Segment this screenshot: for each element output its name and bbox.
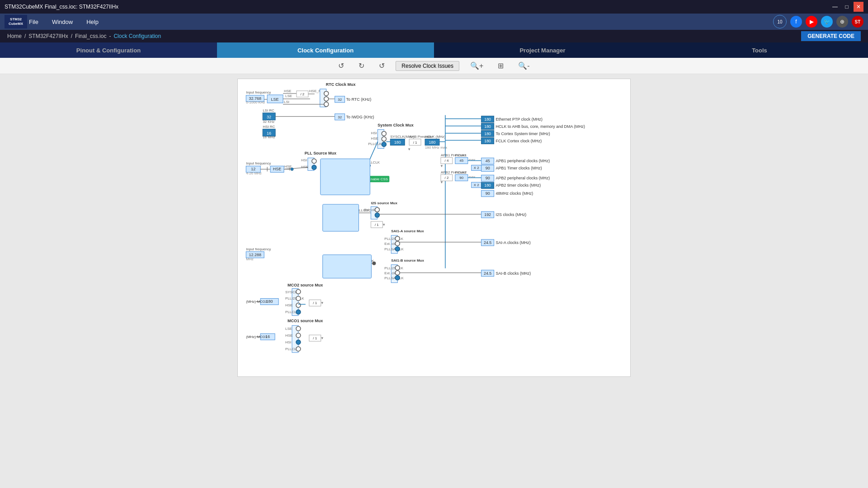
svg-text:16 MHz: 16 MHz	[263, 135, 275, 139]
svg-text:HSI RC: HSI RC	[263, 125, 275, 129]
svg-point-239	[296, 326, 301, 331]
svg-text:LSE: LSE	[285, 327, 292, 331]
svg-text:▼: ▼	[321, 301, 324, 305]
youtube-icon[interactable]: ▶	[806, 16, 817, 28]
breadcrumb-chip[interactable]: STM32F427IIHx	[28, 33, 68, 39]
breadcrumb-bar: Home / STM32F427IIHx / Final_css.ioc - C…	[0, 30, 868, 42]
tab-clock[interactable]: Clock Configuration	[217, 42, 434, 58]
svg-text:12.288: 12.288	[249, 253, 261, 257]
svg-text:180: 180	[484, 117, 491, 122]
generate-code-button[interactable]: GENERATE CODE	[801, 31, 861, 41]
tab-project[interactable]: Project Manager	[434, 42, 651, 58]
svg-text:LSI: LSI	[284, 100, 289, 104]
breadcrumb-file[interactable]: Final_css.ioc	[75, 33, 106, 39]
menu-items: File Window Help	[29, 19, 99, 25]
zoom-in-button[interactable]: 🔍+	[467, 60, 487, 72]
tab-tools[interactable]: Tools	[651, 42, 868, 58]
refresh-button[interactable]: ↺	[375, 60, 388, 72]
svg-text:▼: ▼	[440, 164, 443, 168]
svg-text:45: 45	[459, 159, 463, 163]
svg-text:12: 12	[251, 167, 255, 171]
svg-text:32 KHz: 32 KHz	[263, 120, 274, 124]
svg-point-182	[395, 236, 400, 241]
menu-file[interactable]: File	[29, 19, 38, 25]
svg-text:HSE: HSE	[285, 333, 292, 338]
svg-text:HSE: HSE	[371, 136, 378, 141]
title-bar: STM32CubeMX Final_css.ioc: STM32F427IIHx…	[0, 0, 868, 14]
twitter-icon[interactable]: 🐦	[821, 16, 833, 28]
svg-text:PLLSAICLK: PLLSAICLK	[384, 247, 404, 251]
svg-text:90: 90	[486, 166, 490, 170]
svg-point-39	[382, 137, 386, 141]
svg-text:▼: ▼	[321, 336, 324, 340]
app-title: STM32CubeMX Final_css.ioc: STM32F427IIHx	[5, 4, 118, 10]
redo-button[interactable]: ↻	[355, 60, 368, 72]
undo-button[interactable]: ↺	[335, 60, 348, 72]
svg-point-225	[296, 303, 301, 307]
svg-text:FCLK Cortex clock (MHz): FCLK Cortex clock (MHz)	[496, 139, 542, 143]
svg-text:/ 4: / 4	[444, 159, 448, 163]
svg-text:32: 32	[338, 115, 342, 119]
svg-text:90: 90	[486, 176, 490, 180]
svg-text:HSI: HSI	[301, 158, 307, 162]
svg-text:RTC Clock Mux: RTC Clock Mux	[326, 82, 356, 87]
logo: STM32CubeMX	[5, 15, 27, 28]
menu-window[interactable]: Window	[52, 19, 73, 25]
fit-screen-button[interactable]: ⊞	[494, 60, 507, 72]
window-controls: — □ ✕	[830, 2, 863, 12]
svg-text:Input frequency: Input frequency	[246, 90, 271, 94]
svg-point-213	[395, 276, 400, 280]
svg-text:APB1 peripheral clocks (MHz): APB1 peripheral clocks (MHz)	[496, 159, 550, 163]
toolbar: ↺ ↻ ↺ Resolve Clock Issues 🔍+ ⊞ 🔍-	[0, 58, 868, 74]
svg-rect-257	[323, 255, 372, 278]
breadcrumb-home[interactable]: Home	[7, 33, 22, 39]
maximize-button[interactable]: □	[842, 2, 852, 12]
st-icon[interactable]: ST	[852, 16, 863, 28]
svg-text:/ 1: / 1	[313, 301, 317, 305]
svg-point-243	[296, 340, 301, 344]
menu-right: 10 f ▶ 🐦 ⊕ ST	[773, 15, 863, 28]
svg-text:PLLSAICLK: PLLSAICLK	[384, 276, 404, 280]
svg-text:LSE: LSE	[271, 97, 279, 102]
network-icon[interactable]: ⊕	[836, 16, 848, 28]
svg-text:192: 192	[484, 212, 491, 217]
breadcrumb-current: Clock Configuration	[113, 33, 161, 39]
svg-point-13	[324, 91, 329, 96]
clock-tree-svg: LSE LSE HSE / 2 HSE_RTC RTC Clock Mux LS…	[238, 79, 630, 376]
svg-text:Ethernet PTP clock (MHz): Ethernet PTP clock (MHz)	[496, 117, 543, 122]
tab-pinout[interactable]: Pinout & Configuration	[0, 42, 217, 58]
svg-point-245	[296, 347, 301, 351]
svg-text:HSI: HSI	[285, 340, 291, 344]
svg-point-173	[375, 207, 379, 212]
svg-point-41	[382, 142, 386, 147]
facebook-icon[interactable]: f	[790, 16, 802, 28]
close-button[interactable]: ✕	[854, 2, 863, 12]
main-content: LSE LSE HSE / 2 HSE_RTC RTC Clock Mux LS…	[0, 74, 868, 488]
menu-help[interactable]: Help	[86, 19, 99, 25]
svg-text:/ 1: / 1	[313, 336, 317, 340]
resolve-clock-issues-button[interactable]: Resolve Clock Issues	[396, 61, 459, 71]
svg-text:Input frequency: Input frequency	[246, 247, 271, 251]
svg-text:4-26 MHz: 4-26 MHz	[246, 171, 262, 175]
minimize-button[interactable]: —	[830, 2, 840, 12]
svg-point-205	[372, 262, 376, 265]
svg-text:180: 180	[394, 140, 401, 145]
svg-text:▼: ▼	[407, 147, 411, 151]
svg-point-184	[395, 241, 400, 246]
svg-text:PLLI2SCLK: PLLI2SCLK	[285, 297, 304, 301]
svg-point-114	[312, 165, 316, 169]
svg-text:/ 1: / 1	[413, 141, 417, 145]
svg-text:To RTC (KHz): To RTC (KHz)	[346, 97, 372, 102]
svg-text:/ 2: / 2	[444, 176, 448, 180]
zoom-out-button[interactable]: 🔍-	[514, 60, 533, 72]
svg-text:MCO1 source Mux: MCO1 source Mux	[288, 319, 323, 323]
svg-text:PLLI2SCLK: PLLI2SCLK	[384, 266, 403, 270]
svg-text:180: 180	[484, 131, 491, 136]
svg-text:APB2 timer clocks (MHz): APB2 timer clocks (MHz)	[496, 183, 541, 188]
svg-text:HCLK to AHB bus, core, memory : HCLK to AHB bus, core, memory and DMA (M…	[496, 124, 585, 129]
svg-text:LSE: LSE	[285, 94, 292, 98]
svg-text:To Cortex System timer (MHz): To Cortex System timer (MHz)	[496, 131, 550, 136]
svg-point-14	[324, 97, 329, 101]
svg-text:I2S clocks (MHz): I2S clocks (MHz)	[496, 212, 527, 217]
title-bar-content: STM32CubeMX Final_css.ioc: STM32F427IIHx	[5, 4, 118, 10]
